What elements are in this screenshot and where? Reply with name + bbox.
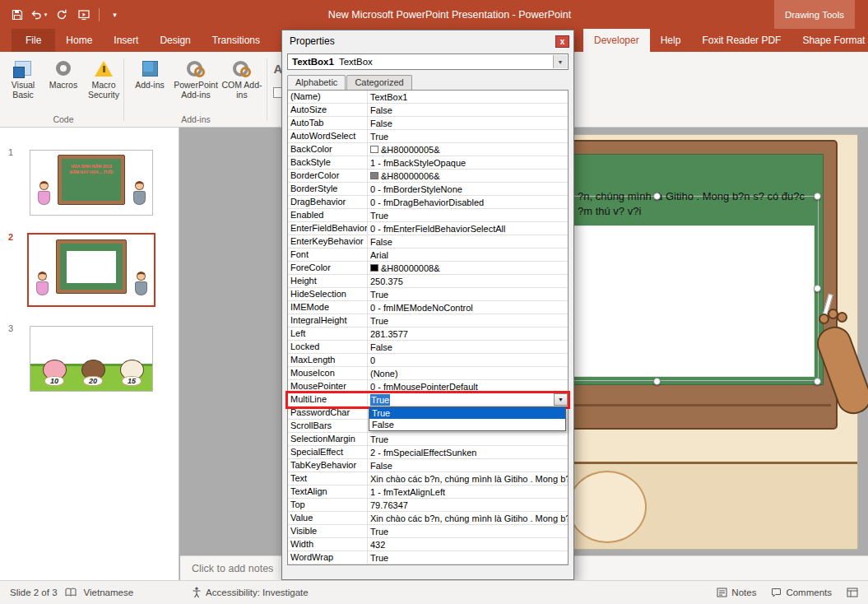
property-row[interactable]: Locked False ▼ [288, 341, 568, 354]
ribbon-tab[interactable]: Help [650, 29, 692, 52]
property-row[interactable]: SelectionMargin True ▼ [288, 433, 568, 446]
property-value[interactable]: Arial ▼ [368, 249, 568, 261]
property-value[interactable]: 0 - fmDragBehaviorDisabled ▼ [368, 196, 568, 208]
property-value[interactable]: 2 - fmSpecialEffectSunken ▼ [368, 446, 568, 458]
ribbon-tab[interactable]: Shape Format [791, 29, 868, 52]
property-value[interactable]: True ▼ [368, 393, 568, 406]
dropdown-option[interactable]: False [369, 419, 565, 430]
combobox-dropdown-icon[interactable]: ▼ [553, 55, 567, 68]
selection-handle-top-right[interactable] [814, 193, 821, 200]
normal-view-button[interactable] [847, 588, 858, 597]
property-value[interactable]: &H80000008& ▼ [368, 262, 568, 274]
property-row[interactable]: EnterFieldBehavior 0 - fmEnterFieldBehav… [288, 222, 568, 235]
property-value[interactable]: False ▼ [368, 341, 568, 353]
property-row[interactable]: BorderColor &H80000006& ▼ [288, 170, 568, 183]
ribbon-tab[interactable]: Foxit Reader PDF [691, 29, 791, 52]
property-row[interactable]: Font Arial ▼ [288, 249, 568, 262]
comments-toggle-button[interactable]: Comments [771, 588, 832, 597]
property-value[interactable]: False ▼ [368, 459, 568, 472]
property-row[interactable]: HideSelection True ▼ [288, 288, 568, 301]
property-value[interactable]: True ▼ [368, 209, 568, 221]
property-row[interactable]: ForeColor &H80000008& ▼ [288, 262, 568, 275]
property-value[interactable]: (None) ▼ [368, 367, 568, 379]
property-row[interactable]: MouseIcon (None) ▼ [288, 367, 568, 380]
customize-quick-access-button[interactable]: ▾ [104, 5, 125, 25]
selection-handle-bottom[interactable] [653, 378, 661, 385]
property-value[interactable]: 250.375 ▼ [368, 275, 568, 287]
macro-security-button[interactable]: Macro Security [84, 56, 123, 101]
ribbon-tab[interactable]: Home [55, 29, 103, 52]
property-value[interactable]: &H80000005& ▼ [368, 143, 568, 156]
property-value[interactable]: &H80000006& ▼ [368, 170, 568, 182]
slide-indicator[interactable]: Slide 2 of 3 [10, 588, 58, 597]
selection-handle-right[interactable] [814, 285, 821, 292]
property-value[interactable]: 0 ▼ [368, 354, 568, 366]
property-row[interactable]: BackStyle 1 - fmBackStyleOpaque ▼ [288, 156, 568, 170]
accessibility-checker-button[interactable]: Accessibility: Investigate [192, 587, 309, 598]
property-row[interactable]: MaxLength 0 ▼ [288, 354, 568, 367]
property-row[interactable]: BorderStyle 0 - fmBorderStyleNone ▼ [288, 183, 568, 196]
save-button[interactable] [7, 5, 27, 25]
ribbon-tab[interactable]: Insert [103, 29, 149, 52]
property-value[interactable]: 1 - fmBackStyleOpaque ▼ [368, 156, 568, 169]
property-value[interactable]: 1 - fmTextAlignLeft ▼ [368, 486, 568, 498]
com-addins-button[interactable]: COM Add-ins [221, 56, 262, 101]
property-value[interactable]: 432 ▼ [368, 538, 568, 551]
dropdown-option[interactable]: True [369, 407, 565, 419]
property-value[interactable]: 0 - fmEnterFieldBehaviorSelectAll ▼ [368, 222, 568, 235]
dropdown-arrow-icon[interactable]: ▼ [554, 393, 568, 406]
property-value[interactable]: False ▼ [368, 235, 568, 248]
notes-toggle-button[interactable]: Notes [717, 588, 756, 597]
properties-tab[interactable]: Categorized [346, 75, 411, 90]
property-row[interactable]: AutoSize False ▼ [288, 104, 568, 117]
property-value[interactable]: True ▼ [368, 551, 568, 564]
property-value[interactable]: 0 - fmMousePointerDefault ▼ [368, 380, 568, 393]
language-button[interactable]: Vietnamese [84, 588, 134, 597]
property-row[interactable]: WordWrap True ▼ [288, 551, 568, 565]
slide-thumbnail-3[interactable]: 10 20 15 [30, 326, 153, 392]
property-row[interactable]: AutoWordSelect True ▼ [288, 130, 568, 143]
ribbon-tab[interactable]: Design [149, 29, 201, 52]
addins-button[interactable]: Add-ins [129, 56, 170, 92]
property-row[interactable]: SpecialEffect 2 - fmSpecialEffectSunken … [288, 446, 568, 459]
property-value[interactable]: 281.3577 ▼ [368, 328, 568, 340]
spellcheck-button[interactable] [65, 588, 77, 597]
property-value[interactable]: Xin chào các b?n, chúng mình là Gitiho .… [368, 512, 568, 524]
macros-button[interactable]: Macros [44, 56, 83, 92]
property-row[interactable]: AutoTab False ▼ [288, 117, 568, 130]
property-row[interactable]: MousePointer 0 - fmMousePointerDefault ▼ [288, 380, 568, 393]
property-value[interactable]: True ▼ [368, 288, 568, 300]
property-value[interactable]: 0 - fmIMEModeNoControl ▼ [368, 301, 568, 314]
property-row[interactable]: TabKeyBehavior False ▼ [288, 459, 568, 472]
property-row[interactable]: (Name) TextBox1 ▼ [288, 91, 568, 104]
property-value[interactable]: True ▼ [368, 525, 568, 537]
property-row[interactable]: IMEMode 0 - fmIMEModeNoControl ▼ [288, 301, 568, 314]
selection-handle-top[interactable] [653, 193, 661, 200]
undo-button[interactable]: ▾ [29, 5, 49, 25]
property-row[interactable]: Visible True ▼ [288, 525, 568, 538]
slide-thumbnail-2-selected[interactable] [27, 233, 155, 307]
visual-basic-button[interactable]: Visual Basic [3, 56, 43, 101]
property-row[interactable]: Height 250.375 ▼ [288, 275, 568, 288]
start-slideshow-button[interactable] [73, 5, 94, 25]
powerpoint-addins-button[interactable]: PowerPoint Add-ins [171, 56, 220, 101]
property-row[interactable]: Value Xin chào các b?n, chúng mình là Gi… [288, 512, 568, 525]
property-value[interactable]: False ▼ [368, 117, 568, 129]
property-value[interactable]: True ▼ [368, 130, 568, 142]
property-value[interactable]: 0 - fmBorderStyleNone ▼ [368, 183, 568, 195]
properties-tab[interactable]: Alphabetic [287, 75, 346, 91]
property-value[interactable]: False ▼ [368, 104, 568, 116]
property-row[interactable]: Top 79.76347 ▼ [288, 499, 568, 512]
property-row[interactable]: Enabled True ▼ [288, 209, 568, 222]
selection-handle-bottom-right[interactable] [814, 378, 821, 385]
property-row[interactable]: Width 432 ▼ [288, 538, 568, 551]
property-row[interactable]: Left 281.3577 ▼ [288, 328, 568, 341]
property-row[interactable]: TextAlign 1 - fmTextAlignLeft ▼ [288, 486, 568, 499]
property-value[interactable]: Xin chào các b?n, chúng mình là Gitiho .… [368, 472, 568, 485]
property-row[interactable]: Text Xin chào các b?n, chúng mình là Git… [288, 472, 568, 486]
property-row[interactable]: DragBehavior 0 - fmDragBehaviorDisabled … [288, 196, 568, 209]
close-icon[interactable]: x [555, 35, 569, 48]
ribbon-tab[interactable]: Transitions [202, 29, 271, 52]
redo-button[interactable] [51, 5, 72, 25]
slide-thumbnail-1[interactable]: HOA SINH NĂM 2013 NĂM NAY HOA....TUỔI [30, 150, 153, 216]
